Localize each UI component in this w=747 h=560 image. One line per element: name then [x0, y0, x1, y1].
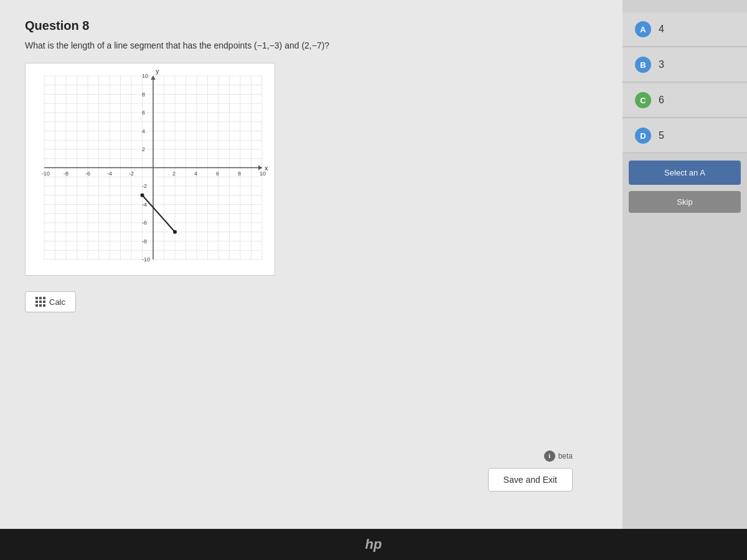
beta-circle: ℹ: [544, 450, 555, 462]
beta-label: ℹ beta: [544, 450, 573, 462]
answer-option-a[interactable]: A 4: [622, 12, 747, 47]
answer-value-b: 3: [659, 59, 664, 70]
sidebar: A 4 B 3 C 6 D 5 Select an A Skip: [622, 0, 747, 529]
answer-value-c: 6: [659, 95, 664, 106]
answer-option-c[interactable]: C 6: [622, 83, 747, 118]
answer-option-b[interactable]: B 3: [622, 48, 747, 82]
bottom-controls: ℹ beta Save and Exit: [488, 450, 573, 492]
question-title: Question 8: [25, 19, 598, 33]
badge-c: C: [635, 92, 651, 108]
graph-container: [25, 63, 275, 276]
calc-label: Calc: [49, 297, 65, 307]
badge-b: B: [635, 57, 651, 73]
taskbar: hp: [0, 529, 747, 560]
beta-text: beta: [558, 452, 573, 460]
badge-d: D: [635, 128, 651, 144]
hp-logo: hp: [365, 536, 382, 553]
select-answer-button[interactable]: Select an A: [629, 161, 741, 185]
question-text: What is the length of a line segment tha…: [25, 40, 598, 50]
calc-icon: [35, 297, 45, 307]
calc-button[interactable]: Calc: [25, 291, 76, 312]
save-exit-button[interactable]: Save and Exit: [488, 468, 573, 492]
answer-option-d[interactable]: D 5: [622, 119, 747, 153]
badge-a: A: [635, 21, 651, 37]
answer-value-a: 4: [659, 24, 664, 35]
answer-value-d: 5: [659, 130, 664, 141]
skip-button[interactable]: Skip: [629, 191, 741, 213]
